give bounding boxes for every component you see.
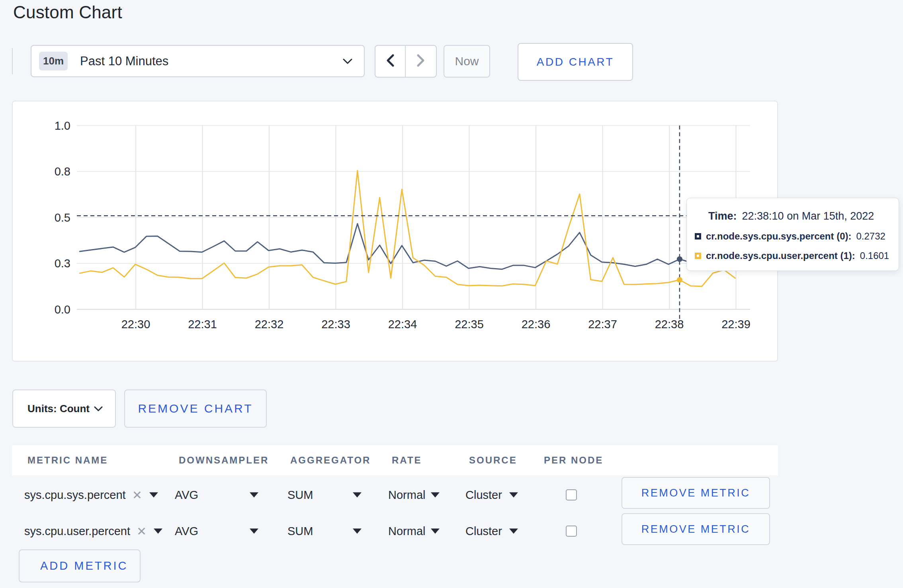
- rate-value: Normal: [388, 525, 425, 538]
- metric-name-value: sys.cpu.sys.percent: [24, 489, 126, 502]
- per-node-checkbox[interactable]: [566, 489, 577, 500]
- column-header-downsampler: DOWNSAMPLER: [179, 455, 269, 466]
- caret-down-icon: [509, 493, 518, 498]
- svg-text:0.5: 0.5: [55, 211, 70, 224]
- caret-down-icon: [431, 529, 440, 534]
- add-chart-button[interactable]: ADD CHART: [518, 43, 633, 81]
- svg-text:0.8: 0.8: [55, 165, 70, 178]
- tooltip-series-row: cr.node.sys.cpu.user.percent (1): 0.1601: [695, 250, 899, 261]
- now-button[interactable]: Now: [444, 45, 490, 78]
- svg-text:22:39: 22:39: [721, 318, 751, 331]
- source-value: Cluster: [465, 525, 502, 538]
- series-swatch-icon: [695, 233, 701, 239]
- metric-row: sys.cpu.sys.percent ✕ AVG SUM Normal Clu…: [12, 477, 778, 513]
- time-window-arrows: [375, 45, 437, 78]
- downsampler-value: AVG: [175, 489, 198, 502]
- metric-name-value: sys.cpu.user.percent: [24, 525, 130, 538]
- metrics-table-header: METRIC NAME DOWNSAMPLER AGGREGATOR RATE …: [12, 445, 778, 475]
- remove-metric-button[interactable]: REMOVE METRIC: [622, 513, 770, 545]
- tooltip-series-label: cr.node.sys.cpu.sys.percent (0):: [706, 231, 851, 242]
- column-header-aggregator: AGGREGATOR: [290, 455, 371, 466]
- svg-text:22:37: 22:37: [588, 318, 617, 331]
- next-time-button[interactable]: [406, 46, 436, 77]
- caret-down-icon: [431, 493, 440, 498]
- clear-icon[interactable]: ✕: [137, 524, 147, 538]
- tooltip-series-label: cr.node.sys.cpu.user.percent (1):: [706, 250, 855, 261]
- per-node-checkbox[interactable]: [566, 526, 577, 537]
- source-select[interactable]: Cluster: [465, 525, 518, 538]
- column-header-per-node: PER NODE: [544, 455, 603, 466]
- series-swatch-icon: [695, 253, 701, 259]
- chevron-left-icon: [386, 54, 395, 69]
- add-metric-button[interactable]: ADD METRIC: [19, 549, 141, 582]
- aggregator-value: SUM: [287, 489, 313, 502]
- caret-down-icon[interactable]: [250, 529, 258, 534]
- column-header-source: SOURCE: [469, 455, 517, 466]
- aggregator-value: SUM: [287, 525, 313, 538]
- chevron-down-icon: [94, 406, 103, 411]
- tooltip-time-label: Time:: [708, 210, 737, 222]
- source-select[interactable]: Cluster: [465, 489, 518, 502]
- caret-down-icon: [149, 493, 158, 498]
- time-window-divider: [12, 48, 13, 74]
- chart-tooltip: Time:22:38:10 on Mar 15th, 2022 cr.node.…: [686, 198, 899, 271]
- time-range-badge: 10m: [39, 52, 68, 70]
- svg-text:22:31: 22:31: [188, 318, 217, 331]
- svg-text:22:38: 22:38: [655, 318, 684, 331]
- rate-select[interactable]: Normal: [388, 489, 440, 502]
- column-header-rate: RATE: [392, 455, 422, 466]
- downsampler-select[interactable]: AVG: [175, 489, 198, 502]
- tooltip-time-value: 22:38:10 on Mar 15th, 2022: [742, 210, 874, 222]
- rate-select[interactable]: Normal: [388, 525, 440, 538]
- caret-down-icon[interactable]: [250, 493, 258, 498]
- remove-metric-button[interactable]: REMOVE METRIC: [622, 477, 770, 509]
- tooltip-time-row: Time:22:38:10 on Mar 15th, 2022: [695, 210, 899, 222]
- rate-value: Normal: [388, 489, 425, 502]
- time-range-select[interactable]: 10m Past 10 Minutes: [31, 45, 365, 77]
- caret-down-icon: [154, 529, 162, 534]
- tooltip-series-row: cr.node.sys.cpu.sys.percent (0): 0.2732: [695, 231, 899, 242]
- source-value: Cluster: [465, 489, 502, 502]
- remove-chart-button[interactable]: REMOVE CHART: [124, 389, 267, 428]
- aggregator-select[interactable]: SUM: [287, 525, 313, 538]
- svg-text:22:32: 22:32: [255, 318, 284, 331]
- downsampler-select[interactable]: AVG: [175, 525, 198, 538]
- aggregator-select[interactable]: SUM: [287, 489, 313, 502]
- svg-text:0.3: 0.3: [55, 257, 70, 270]
- svg-text:1.0: 1.0: [55, 119, 70, 132]
- units-select[interactable]: Units: Count: [12, 389, 116, 428]
- tooltip-series-value: 0.1601: [860, 250, 889, 261]
- svg-text:22:35: 22:35: [455, 318, 484, 331]
- svg-text:22:36: 22:36: [522, 318, 551, 331]
- svg-text:0.0: 0.0: [55, 303, 70, 316]
- time-range-label: Past 10 Minutes: [80, 54, 168, 68]
- chart-card: 0.00.30.50.81.022:3022:3122:3222:3322:34…: [12, 101, 778, 362]
- page-title: Custom Chart: [13, 2, 122, 22]
- svg-text:22:33: 22:33: [321, 318, 350, 331]
- metric-name-select[interactable]: sys.cpu.user.percent ✕: [24, 524, 162, 538]
- chevron-down-icon: [343, 58, 352, 64]
- column-header-metric-name: METRIC NAME: [27, 455, 108, 466]
- units-label: Units: Count: [27, 403, 90, 415]
- chart-canvas[interactable]: 0.00.30.50.81.022:3022:3122:3222:3322:34…: [12, 101, 778, 362]
- tooltip-series-value: 0.2732: [856, 231, 885, 242]
- chevron-right-icon: [416, 54, 425, 69]
- metric-name-select[interactable]: sys.cpu.sys.percent ✕: [24, 488, 158, 502]
- caret-down-icon[interactable]: [353, 493, 362, 498]
- downsampler-value: AVG: [175, 525, 198, 538]
- metric-row: sys.cpu.user.percent ✕ AVG SUM Normal Cl…: [12, 513, 778, 549]
- svg-text:22:30: 22:30: [121, 318, 150, 331]
- caret-down-icon: [509, 529, 518, 534]
- caret-down-icon[interactable]: [353, 529, 362, 534]
- svg-text:22:34: 22:34: [388, 318, 417, 331]
- clear-icon[interactable]: ✕: [132, 488, 142, 502]
- prev-time-button[interactable]: [375, 46, 406, 77]
